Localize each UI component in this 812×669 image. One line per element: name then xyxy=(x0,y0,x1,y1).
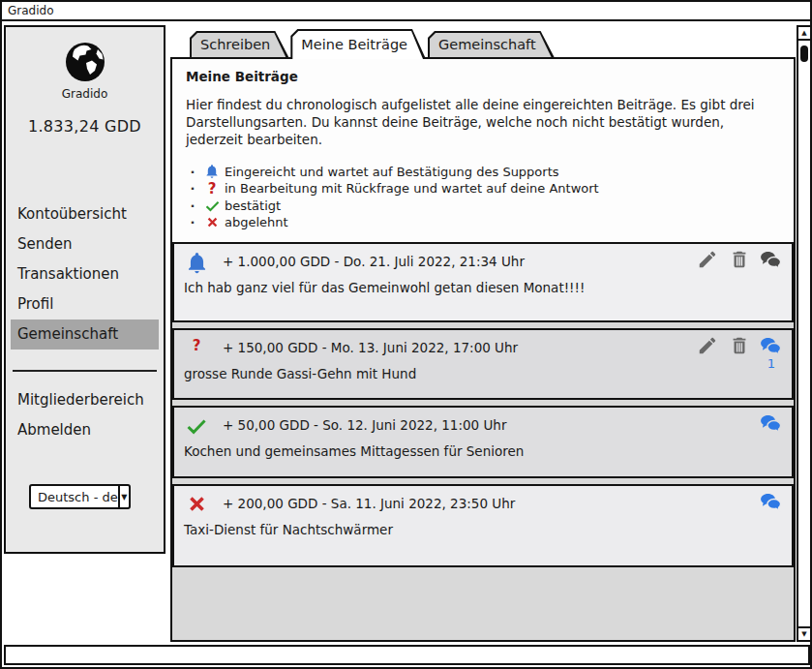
scroll-up-icon[interactable]: ▲ xyxy=(798,27,810,41)
page-title: Meine Beiträge xyxy=(186,69,780,84)
sidebar: Gradido 1.833,24 GDD Kontoübersicht Send… xyxy=(4,25,165,554)
sidebar-divider xyxy=(13,370,157,372)
legend-row-rueckfrage: · ? in Bearbeitung mit Rückfrage und war… xyxy=(186,180,780,198)
cross-icon xyxy=(183,493,210,515)
card-actions xyxy=(696,249,783,270)
bell-icon xyxy=(199,164,225,179)
card-actions xyxy=(760,412,783,434)
tab-schreiben[interactable]: Schreiben xyxy=(190,31,288,57)
legend-row-abgelehnt: · abgelehnt xyxy=(186,214,780,231)
check-icon xyxy=(183,414,210,438)
sidebar-nav: Kontoübersicht Senden Transaktionen Prof… xyxy=(6,199,164,350)
trash-icon xyxy=(729,249,750,270)
edit-button[interactable] xyxy=(696,335,719,371)
main-content-panel: Meine Beiträge Hier findest du chronolog… xyxy=(170,57,796,642)
card-actions xyxy=(760,491,783,512)
contribution-card: ? + 150,00 GDD - Mo. 13. Juni 2022, 17:0… xyxy=(172,328,794,400)
gradido-app-window: Gradido Gradido 1.833,24 GDD Kontoübersi… xyxy=(0,0,812,669)
delete-button[interactable] xyxy=(728,335,751,371)
globe-icon xyxy=(62,39,108,85)
tab-gemeinschaft[interactable]: Gemeinschaft xyxy=(428,31,555,57)
legend-text: in Bearbeitung mit Rückfrage und wartet … xyxy=(225,181,599,196)
chat-button[interactable] xyxy=(760,412,783,434)
window-titlebar: Gradido xyxy=(2,2,810,21)
card-actions: 1 xyxy=(696,335,783,371)
edit-button[interactable] xyxy=(696,249,719,270)
legend-text: abgelehnt xyxy=(225,215,288,229)
sidebar-item-senden[interactable]: Senden xyxy=(11,229,159,259)
sidebar-secondary-nav: Mitgliederbereich Abmelden xyxy=(6,385,164,445)
bullet: · xyxy=(186,215,199,229)
question-icon: ? xyxy=(199,180,225,198)
language-select[interactable]: Deutsch - de ▼ xyxy=(29,484,131,509)
contribution-amount-date: + 50,00 GDD - So. 12. Juni 2022, 11:00 U… xyxy=(223,417,506,433)
chat-button[interactable]: 1 xyxy=(760,335,783,371)
sidebar-item-profil[interactable]: Profil xyxy=(11,289,159,319)
sidebar-item-gemeinschaft[interactable]: Gemeinschaft xyxy=(11,319,159,350)
pencil-icon xyxy=(697,249,718,270)
scroll-down-icon[interactable]: ▼ xyxy=(798,626,810,640)
legend-row-eingereicht: · Eingereicht und wartet auf Bestätigung… xyxy=(186,163,780,180)
contribution-message: Kochen und gemeinsames Mittagessen für S… xyxy=(184,443,524,459)
contribution-message: Taxi-Dienst für Nachtschwärmer xyxy=(184,522,393,537)
contribution-amount-date: + 150,00 GDD - Mo. 13. Juni 2022, 17:00 … xyxy=(223,340,518,355)
language-select-value: Deutsch - de xyxy=(31,486,118,507)
logo-label: Gradido xyxy=(6,87,164,101)
chevron-down-icon[interactable]: ▼ xyxy=(118,486,129,507)
vertical-scrollbar[interactable]: ▲ ▼ xyxy=(797,25,812,642)
pencil-icon xyxy=(697,335,718,356)
account-balance: 1.833,24 GDD xyxy=(6,117,164,136)
contribution-amount-date: + 200,00 GDD - Sa. 11. Juni 2022, 23:50 … xyxy=(223,496,515,511)
intro-section: Meine Beiträge Hier findest du chronolog… xyxy=(172,59,794,242)
bell-icon xyxy=(183,251,210,275)
bullet: · xyxy=(186,181,199,196)
chat-button[interactable] xyxy=(760,491,783,512)
sidebar-item-abmelden[interactable]: Abmelden xyxy=(11,415,159,445)
chat-icon xyxy=(760,249,783,270)
status-legend: · Eingereicht und wartet auf Bestätigung… xyxy=(186,163,780,230)
window-title: Gradido xyxy=(8,4,54,17)
tab-schreiben-label: Schreiben xyxy=(192,33,286,57)
legend-row-bestaetigt: · bestätigt xyxy=(186,197,780,214)
bullet: · xyxy=(186,165,199,179)
contribution-card: + 200,00 GDD - Sa. 11. Juni 2022, 23:50 … xyxy=(172,484,794,567)
status-bar xyxy=(4,645,810,665)
sidebar-item-kontouebersicht[interactable]: Kontoübersicht xyxy=(11,199,159,229)
legend-text: Eingereicht und wartet auf Bestätigung d… xyxy=(225,165,559,179)
intro-text: Hier findest du chronologisch aufgeliste… xyxy=(186,97,772,148)
check-icon xyxy=(199,198,225,214)
contribution-card: + 1.000,00 GDD - Do. 21. Juli 2022, 21:3… xyxy=(172,242,794,322)
tab-gemeinschaft-label: Gemeinschaft xyxy=(430,33,552,57)
bullet: · xyxy=(186,198,199,213)
contribution-amount-date: + 1.000,00 GDD - Do. 21. Juli 2022, 21:3… xyxy=(223,254,525,269)
chat-button[interactable] xyxy=(760,249,783,270)
delete-button[interactable] xyxy=(728,249,751,270)
chat-icon xyxy=(760,491,783,512)
cross-icon xyxy=(199,215,225,229)
tab-meine-beitraege-label: Meine Beiträge xyxy=(292,31,423,59)
contribution-card: + 50,00 GDD - So. 12. Juni 2022, 11:00 U… xyxy=(172,406,794,478)
chat-count-badge: 1 xyxy=(767,357,775,371)
chat-icon xyxy=(760,335,783,356)
sidebar-item-mitgliederbereich[interactable]: Mitgliederbereich xyxy=(11,385,159,415)
contribution-message: Ich hab ganz viel für das Gemeinwohl get… xyxy=(184,280,585,295)
scrollbar-thumb[interactable] xyxy=(800,46,808,62)
gradido-globe-logo xyxy=(6,39,164,85)
legend-text: bestätigt xyxy=(225,198,281,213)
contribution-message: grosse Runde Gassi-Gehn mit Hund xyxy=(184,366,416,381)
trash-icon xyxy=(729,335,750,356)
sidebar-item-transaktionen[interactable]: Transaktionen xyxy=(11,259,159,289)
chat-icon xyxy=(760,412,783,434)
question-icon: ? xyxy=(183,337,210,354)
tab-meine-beitraege[interactable]: Meine Beiträge xyxy=(290,29,426,59)
tab-bar: Schreiben Meine Beiträge Gemeinschaft xyxy=(190,29,556,59)
